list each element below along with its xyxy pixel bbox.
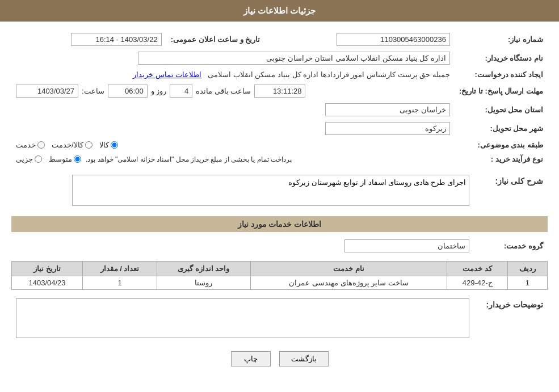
- category-radio-group: خدمت کالا/خدمت کالا: [16, 141, 450, 149]
- purchase-type-radio-medium[interactable]: [74, 155, 81, 163]
- col-unit: واحد اندازه گیری: [157, 262, 250, 276]
- col-service-name: نام خدمت: [250, 262, 447, 276]
- deadline-days-input: 4: [170, 85, 192, 98]
- deadline-days-label: روز و: [151, 87, 167, 95]
- buyer-desc-value-cell: [11, 296, 474, 343]
- province-input: خراسان جنوبی: [325, 103, 450, 116]
- buyer-desc-label: توضیحات خریدار:: [474, 296, 548, 343]
- cell-qty-1: 1: [83, 276, 157, 290]
- purchase-type-label: نوع فرآیند خرید :: [455, 152, 548, 166]
- col-qty: تعداد / مقدار: [83, 262, 157, 276]
- service-group-value-cell: ساختمان: [11, 237, 474, 255]
- requester-value-cell: جمیله حق پرست کارشناس امور قراردادها ادا…: [11, 68, 455, 82]
- deadline-label: مهلت ارسال پاسخ: تا تاریخ:: [455, 82, 548, 100]
- cell-unit-1: روستا: [157, 276, 250, 290]
- content-area: شماره نیاز: 1103005463000236 تاریخ و ساع…: [0, 22, 559, 383]
- province-value-cell: خراسان جنوبی: [11, 100, 455, 119]
- needs-desc-label: شرح کلی نیاز:: [474, 172, 548, 210]
- row-purchase-type: نوع فرآیند خرید : جزیی متوسط: [11, 152, 548, 166]
- deadline-remaining-input: 13:11:28: [254, 85, 305, 98]
- service-table-head: ردیف کد خدمت نام خدمت واحد اندازه گیری ت…: [12, 262, 548, 276]
- deadline-value-cell: 1403/03/27 ساعت: 06:00 روز و 4 ساعت باقی…: [11, 82, 455, 100]
- service-group-table: گروه خدمت: ساختمان: [11, 237, 548, 255]
- deadline-row: 1403/03/27 ساعت: 06:00 روز و 4 ساعت باقی…: [16, 85, 450, 98]
- needs-desc-textarea[interactable]: [72, 175, 469, 206]
- category-label: طبقه بندی موضوعی:: [455, 138, 548, 152]
- purchase-type-row: جزیی متوسط پرداخت تمام یا بخشی از مبلغ خ…: [16, 155, 450, 163]
- category-value-cell: خدمت کالا/خدمت کالا: [11, 138, 455, 152]
- requester-value: جمیله حق پرست کارشناس امور قراردادها ادا…: [208, 70, 450, 79]
- buyer-desc-textarea[interactable]: [16, 298, 469, 338]
- service-table-body: 1 ج-42-429 ساخت سایر پروژه‌های مهندسی عم…: [12, 276, 548, 290]
- category-option-goods[interactable]: کالا: [99, 141, 118, 149]
- services-section-header: اطلاعات خدمات مورد نیاز: [11, 216, 548, 232]
- deadline-time-label: ساعت:: [82, 87, 104, 95]
- purchase-type-radio-group: جزیی متوسط: [16, 155, 81, 163]
- service-table-header-row: ردیف کد خدمت نام خدمت واحد اندازه گیری ت…: [12, 262, 548, 276]
- row-buyer-desc: توضیحات خریدار:: [11, 296, 548, 343]
- deadline-time-input: 06:00: [108, 85, 148, 98]
- row-service-group: گروه خدمت: ساختمان: [11, 237, 548, 255]
- row-buyer-org: نام دستگاه خریدار: اداره کل بنیاد مسکن ا…: [11, 49, 548, 68]
- info-table: شماره نیاز: 1103005463000236 تاریخ و ساع…: [11, 30, 548, 166]
- purchase-type-note: پرداخت تمام یا بخشی از مبلغ خریداز محل "…: [86, 155, 292, 163]
- row-tender-number: شماره نیاز: 1103005463000236 تاریخ و ساع…: [11, 30, 548, 49]
- province-label: استان محل تحویل:: [455, 100, 548, 119]
- category-radio-goods-service[interactable]: [85, 141, 93, 149]
- tender-number-input: 1103005463000236: [337, 33, 450, 46]
- cell-row-1: 1: [507, 276, 547, 290]
- city-input: زیرکوه: [325, 122, 450, 135]
- service-table: ردیف کد خدمت نام خدمت واحد اندازه گیری ت…: [11, 261, 548, 290]
- category-goods-service-label: کالا/خدمت: [52, 141, 83, 149]
- category-service-label: خدمت: [16, 141, 36, 149]
- buyer-org-value-cell: اداره کل بنیاد مسکن انقلاب اسلامی استان …: [11, 49, 455, 68]
- print-button[interactable]: چاپ: [231, 351, 271, 366]
- row-city: شهر محل تحویل: زیرکوه: [11, 119, 548, 138]
- page-header: جزئیات اطلاعات نیاز: [0, 0, 559, 22]
- category-option-goods-service[interactable]: کالا/خدمت: [52, 141, 93, 149]
- needs-desc-value-cell: [11, 172, 474, 210]
- deadline-date-input: 1403/03/27: [16, 85, 78, 98]
- purchase-type-medium-label: متوسط: [49, 155, 72, 163]
- purchase-type-radio-partial[interactable]: [35, 155, 42, 163]
- page-title: جزئیات اطلاعات نیاز: [243, 6, 316, 15]
- category-option-service[interactable]: خدمت: [16, 141, 45, 149]
- cell-date-1: 1403/04/23: [12, 276, 83, 290]
- deadline-remaining-label-text: ساعت باقی مانده: [196, 87, 251, 95]
- row-needs-desc: شرح کلی نیاز:: [11, 172, 548, 210]
- col-service-code: کد خدمت: [447, 262, 507, 276]
- services-section-label: اطلاعات خدمات مورد نیاز: [238, 220, 322, 229]
- city-value-cell: زیرکوه: [11, 119, 455, 138]
- city-label: شهر محل تحویل:: [455, 119, 548, 138]
- needs-desc-table: شرح کلی نیاز:: [11, 172, 548, 210]
- category-goods-label: کالا: [99, 141, 109, 149]
- row-deadline: مهلت ارسال پاسخ: تا تاریخ: 1403/03/27 سا…: [11, 82, 548, 100]
- requester-link[interactable]: اطلاعات تماس خریدار: [133, 70, 201, 79]
- buyer-org-label: نام دستگاه خریدار:: [455, 49, 548, 68]
- requester-label: ایجاد کننده درخواست:: [455, 68, 548, 82]
- row-category: طبقه بندی موضوعی: خدمت کالا/خدمت کالا: [11, 138, 548, 152]
- cell-name-1: ساخت سایر پروژه‌های مهندسی عمران: [250, 276, 447, 290]
- service-group-label: گروه خدمت:: [474, 237, 548, 255]
- purchase-type-value-cell: جزیی متوسط پرداخت تمام یا بخشی از مبلغ خ…: [11, 152, 455, 166]
- tender-number-label: شماره نیاز:: [455, 30, 548, 49]
- purchase-type-partial[interactable]: جزیی: [16, 155, 42, 163]
- buyer-org-input: اداره کل بنیاد مسکن انقلاب اسلامی استان …: [138, 52, 450, 65]
- category-radio-goods[interactable]: [111, 141, 118, 149]
- announce-date-input: 1403/03/22 - 16:14: [71, 33, 162, 46]
- col-date: تاریخ نیاز: [12, 262, 83, 276]
- announce-date-value-cell: 1403/03/22 - 16:14: [11, 30, 166, 49]
- purchase-type-partial-label: جزیی: [16, 155, 33, 163]
- service-group-input: ساختمان: [344, 239, 469, 252]
- announce-date-label: تاریخ و ساعت اعلان عمومی:: [166, 30, 265, 49]
- back-button[interactable]: بازگشت: [279, 351, 329, 366]
- cell-code-1: ج-42-429: [447, 276, 507, 290]
- tender-number-value-cell: 1103005463000236: [264, 30, 454, 49]
- row-requester: ایجاد کننده درخواست: جمیله حق پرست کارشن…: [11, 68, 548, 82]
- buyer-desc-table: توضیحات خریدار:: [11, 296, 548, 343]
- buttons-row: بازگشت چاپ: [11, 351, 548, 366]
- purchase-type-medium[interactable]: متوسط: [49, 155, 81, 163]
- category-radio-service[interactable]: [37, 141, 45, 149]
- page-container: جزئیات اطلاعات نیاز شماره نیاز: 11030054…: [0, 0, 559, 392]
- col-row-number: ردیف: [507, 262, 547, 276]
